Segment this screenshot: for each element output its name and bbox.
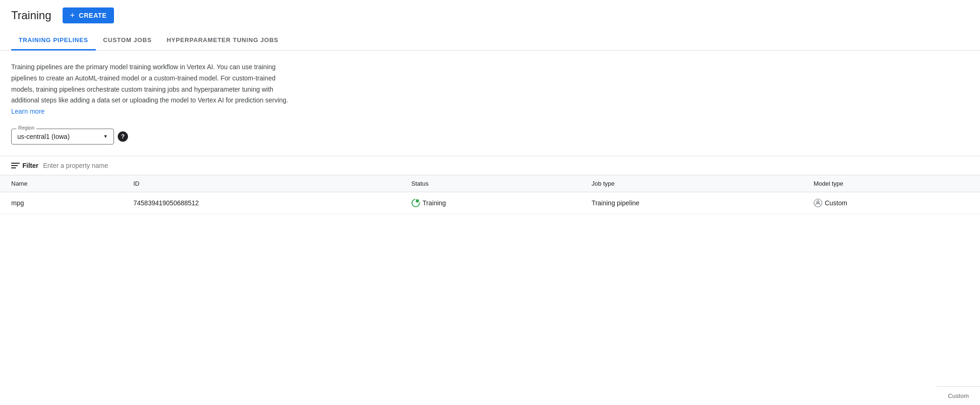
cell-job-type: Training pipeline	[581, 192, 802, 214]
tab-training-pipelines[interactable]: TRAINING PIPELINES	[11, 31, 96, 51]
training-table: Name ID Status Job type Model type mpg 7…	[0, 175, 980, 214]
status-badge: Training	[412, 199, 569, 207]
region-selector: Region us-central1 (Iowa) ▼ ?	[11, 129, 128, 145]
col-name: Name	[0, 175, 122, 192]
page-header: Training + CREATE	[0, 0, 980, 31]
help-icon[interactable]: ?	[118, 131, 128, 142]
tab-hyperparameter-tuning-jobs[interactable]: HYPERPARAMETER TUNING JOBS	[159, 31, 286, 51]
filter-input[interactable]	[43, 162, 969, 169]
region-value: us-central1 (Iowa)	[17, 133, 70, 140]
cell-id: 745839419050688512	[122, 192, 400, 214]
table-header-row: Name ID Status Job type Model type	[0, 175, 980, 192]
chevron-down-icon: ▼	[103, 134, 108, 139]
cell-model-type: Custom	[802, 192, 980, 214]
tabs-bar: TRAINING PIPELINES CUSTOM JOBS HYPERPARA…	[0, 31, 980, 51]
filter-icon	[11, 163, 20, 168]
status-text: Training	[423, 199, 446, 207]
status-circle-icon	[412, 199, 420, 207]
region-dropdown-wrapper: Region us-central1 (Iowa) ▼	[11, 129, 114, 145]
cell-status: Training	[400, 192, 581, 214]
col-id: ID	[122, 175, 400, 192]
region-dropdown[interactable]: us-central1 (Iowa) ▼	[17, 133, 108, 140]
filter-bar: Filter	[0, 156, 980, 175]
description-text: Training pipelines are the primary model…	[11, 62, 291, 117]
col-job-type: Job type	[581, 175, 802, 192]
filter-label: Filter	[22, 162, 38, 169]
create-button-label: CREATE	[79, 12, 107, 19]
person-icon	[814, 199, 822, 207]
create-button[interactable]: + CREATE	[63, 7, 114, 23]
cell-name: mpg	[0, 192, 122, 214]
table-row[interactable]: mpg 745839419050688512 Training Training…	[0, 192, 980, 214]
col-status: Status	[400, 175, 581, 192]
page-title: Training	[11, 9, 51, 22]
main-content: Training pipelines are the primary model…	[0, 51, 980, 156]
svg-point-0	[817, 201, 819, 203]
model-type-cell: Custom	[814, 199, 969, 207]
model-type-text: Custom	[825, 199, 847, 207]
col-model-type: Model type	[802, 175, 980, 192]
region-label: Region	[16, 125, 36, 130]
plus-icon: +	[70, 11, 75, 20]
learn-more-link[interactable]: Learn more	[11, 108, 45, 115]
tab-custom-jobs[interactable]: CUSTOM JOBS	[96, 31, 159, 51]
filter-icon-wrapper: Filter	[11, 162, 38, 169]
